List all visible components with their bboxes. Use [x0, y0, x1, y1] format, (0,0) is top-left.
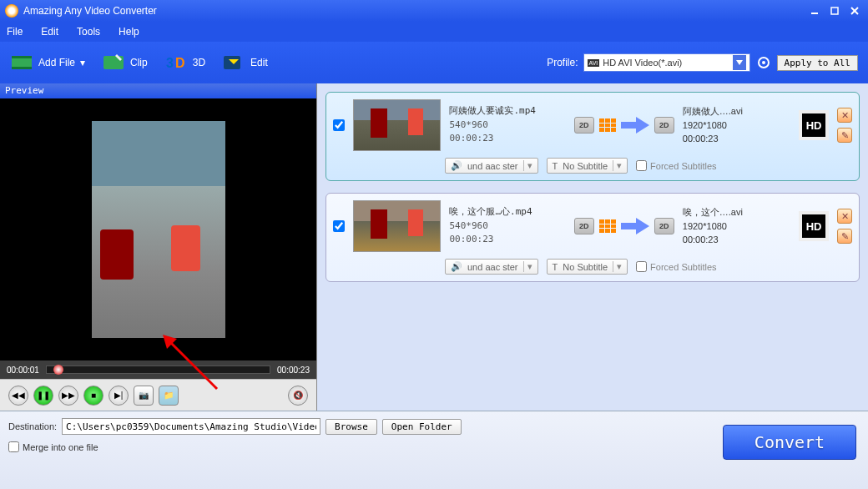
subtitle-select[interactable]: T No Subtitle ▾ — [547, 259, 628, 275]
clip-button[interactable]: Clip — [102, 51, 148, 74]
menu-tools[interactable]: Tools — [77, 26, 100, 38]
edit-icon — [222, 51, 245, 74]
convert-button[interactable]: Convert — [723, 425, 856, 460]
svg-rect-6 — [12, 67, 32, 69]
preview-header: Preview — [0, 83, 316, 98]
svg-rect-1 — [831, 8, 838, 14]
forced-subtitles-label: Forced Subtitles — [650, 262, 716, 272]
output-format-badge: 2D — [654, 218, 674, 234]
menu-bar: File Edit Tools Help — [0, 22, 868, 42]
destination-input[interactable] — [62, 418, 320, 435]
timeline-track[interactable] — [46, 365, 270, 374]
app-title: Amazing Any Video Converter — [23, 5, 157, 17]
snapshot-folder-button[interactable]: 📁 — [159, 386, 179, 406]
svg-text:3: 3 — [166, 56, 174, 70]
video-frame — [92, 121, 225, 338]
time-total: 00:00:23 — [277, 365, 310, 375]
text-icon: T — [553, 161, 558, 171]
chevron-down-icon: ▾ — [613, 261, 622, 272]
preview-video[interactable] — [0, 98, 316, 360]
3d-button[interactable]: 3D 3D — [164, 51, 205, 74]
maximize-button[interactable] — [826, 4, 843, 18]
file-checkbox[interactable] — [333, 119, 345, 131]
edit-file-button[interactable]: ✎ — [837, 128, 852, 143]
file-item[interactable]: 阿姨做人要诚实.mp4 540*960 00:00:23 2D 2D 阿姨做人…… — [326, 92, 860, 181]
stop-button[interactable]: ■ — [83, 386, 103, 406]
bottom-panel: Destination: Browse Open Folder Merge in… — [0, 411, 868, 489]
file-thumbnail — [353, 200, 442, 252]
chevron-down-icon — [733, 55, 746, 70]
apply-to-all-button[interactable]: Apply to All — [777, 55, 858, 71]
timeline: 00:00:01 00:00:23 — [0, 360, 316, 379]
3d-icon: 3D — [164, 51, 188, 74]
svg-text:D: D — [175, 56, 185, 70]
dest-dimensions: 1920*1080 — [683, 219, 790, 234]
merge-checkbox[interactable] — [8, 441, 19, 452]
source-duration: 00:00:23 — [449, 132, 565, 146]
menu-help[interactable]: Help — [119, 26, 139, 38]
menu-file[interactable]: File — [7, 26, 23, 38]
file-list: 阿姨做人要诚实.mp4 540*960 00:00:23 2D 2D 阿姨做人…… — [317, 83, 868, 411]
minimize-button[interactable] — [806, 4, 823, 18]
play-pause-button[interactable]: ❚❚ — [33, 386, 53, 406]
destination-label: Destination: — [8, 421, 57, 431]
dest-filename: 唉，这个….avi — [683, 205, 790, 219]
text-icon: T — [553, 262, 558, 272]
settings-button[interactable] — [755, 54, 772, 71]
merge-label: Merge into one file — [23, 442, 98, 452]
next-button[interactable]: ▶| — [108, 386, 129, 406]
time-current: 00:00:01 — [7, 365, 39, 375]
title-bar: Amazing Any Video Converter — [0, 0, 868, 22]
preview-panel: Preview 00:00:01 00:00:23 ◀◀ ❚❚ ▶▶ ■ ▶| … — [0, 83, 317, 411]
speaker-icon: 🔊 — [451, 261, 462, 272]
edit-file-button[interactable]: ✎ — [837, 229, 852, 244]
file-checkbox[interactable] — [333, 220, 345, 232]
svg-point-12 — [762, 61, 765, 64]
player-controls: ◀◀ ❚❚ ▶▶ ■ ▶| 📷 📁 🔇 — [0, 379, 316, 411]
chevron-down-icon: ▾ — [613, 160, 622, 171]
chevron-down-icon: ▾ — [80, 57, 85, 68]
film-icon — [10, 51, 33, 74]
hd-badge: HD — [799, 211, 829, 241]
browse-button[interactable]: Browse — [326, 419, 377, 435]
file-item[interactable]: 唉，这个服…心.mp4 540*960 00:00:23 2D 2D 唉，这个…… — [326, 193, 860, 282]
toolbar: Add File ▾ Clip 3D 3D Edit Profile: AVI … — [0, 42, 868, 83]
app-logo-icon — [5, 4, 18, 18]
audio-track-select[interactable]: 🔊 und aac ster ▾ — [445, 259, 538, 275]
forward-button[interactable]: ▶▶ — [58, 386, 78, 406]
clip-icon — [102, 51, 125, 74]
svg-rect-5 — [12, 56, 32, 58]
gear-icon — [757, 56, 770, 69]
grid-icon — [599, 118, 616, 132]
add-file-button[interactable]: Add File ▾ — [10, 51, 85, 74]
profile-select[interactable]: AVI HD AVI Video(*.avi) — [583, 53, 750, 72]
arrow-right-icon — [621, 216, 649, 236]
input-format-badge: 2D — [574, 117, 594, 134]
source-filename: 阿姨做人要诚实.mp4 — [449, 104, 565, 118]
edit-button[interactable]: Edit — [222, 51, 268, 74]
menu-edit[interactable]: Edit — [41, 26, 58, 38]
forced-subtitles-checkbox[interactable] — [636, 261, 647, 272]
audio-track-select[interactable]: 🔊 und aac ster ▾ — [445, 158, 538, 174]
open-folder-button[interactable]: Open Folder — [382, 419, 462, 435]
source-dimensions: 540*960 — [449, 118, 565, 133]
subtitle-select[interactable]: T No Subtitle ▾ — [547, 158, 628, 174]
timeline-knob[interactable] — [53, 365, 63, 375]
mute-button[interactable]: 🔇 — [288, 386, 308, 406]
chevron-down-icon: ▾ — [523, 160, 532, 171]
dest-filename: 阿姨做人….avi — [683, 104, 790, 118]
remove-file-button[interactable]: ✕ — [837, 108, 852, 123]
output-format-badge: 2D — [654, 117, 674, 134]
speaker-icon: 🔊 — [451, 160, 462, 171]
forced-subtitles-checkbox[interactable] — [636, 160, 647, 171]
avi-format-icon: AVI — [588, 59, 600, 67]
chevron-down-icon: ▾ — [523, 261, 532, 272]
snapshot-button[interactable]: 📷 — [134, 386, 154, 406]
profile-label: Profile: — [547, 57, 578, 68]
close-button[interactable] — [846, 4, 863, 18]
rewind-button[interactable]: ◀◀ — [8, 386, 28, 406]
remove-file-button[interactable]: ✕ — [837, 209, 852, 224]
dest-duration: 00:00:23 — [683, 132, 790, 146]
source-duration: 00:00:23 — [449, 233, 565, 247]
dest-dimensions: 1920*1080 — [683, 118, 790, 133]
